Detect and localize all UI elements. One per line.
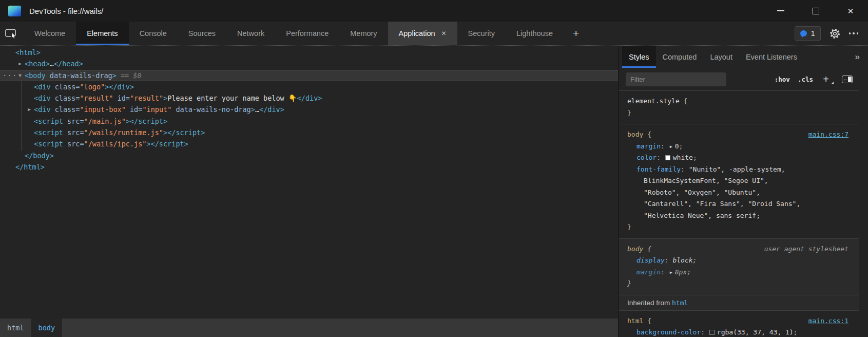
more-tools-button[interactable]: + xyxy=(564,22,588,45)
tab-welcome[interactable]: Welcome xyxy=(24,22,76,45)
tab-styles[interactable]: Styles xyxy=(622,46,656,68)
expand-arrow-icon[interactable]: ▶ xyxy=(17,58,23,69)
code-token: <div xyxy=(34,94,51,102)
code-token: <head> xyxy=(25,60,50,68)
issues-bubble-icon xyxy=(800,30,807,36)
dom-node-row[interactable]: ···▼<body data-wails-drag> == $0 xyxy=(0,70,618,81)
tab-lighthouse[interactable]: Lighthouse xyxy=(506,22,564,45)
sidebar-tab-strip: StylesComputedLayoutEvent Listeners» xyxy=(619,46,868,68)
dom-node-row[interactable]: <html> xyxy=(0,47,618,58)
code-token: id= xyxy=(130,105,142,114)
dom-node-row[interactable]: <script src="/wails/ipc.js"></script> xyxy=(0,138,618,149)
user-agent-stylesheet-label: user agent stylesheet xyxy=(764,244,848,255)
styles-scrollbar[interactable] xyxy=(859,68,868,337)
tab-console[interactable]: Console xyxy=(129,22,178,45)
toggle-computed-sidebar-icon[interactable] xyxy=(842,76,853,83)
code-token: html xyxy=(627,317,647,325)
color-swatch[interactable] xyxy=(709,330,715,335)
code-token: class= xyxy=(55,105,80,114)
css-rule-line[interactable]: font-family: "Nunito", -apple-system, xyxy=(619,164,859,176)
maximize-button[interactable] xyxy=(798,0,833,22)
close-button[interactable]: ✕ xyxy=(833,0,868,22)
window-controls: ✕ xyxy=(763,0,868,22)
dom-breadcrumbs: htmlbody xyxy=(0,319,618,337)
code-token: } xyxy=(627,109,631,117)
tab-event-listeners[interactable]: Event Listeners xyxy=(739,46,804,68)
maximize-icon xyxy=(813,8,819,14)
toggle-element-classes-button[interactable]: .cls xyxy=(798,76,813,83)
code-token: … xyxy=(255,105,259,114)
new-style-rule-button[interactable]: + xyxy=(821,74,831,84)
css-rule-line[interactable]: "Cantarell", "Fira Sans", "Droid Sans", xyxy=(619,198,859,210)
code-token: { xyxy=(647,317,651,325)
css-rule-line[interactable]: "Roboto", "Oxygen", "Ubuntu", xyxy=(619,187,859,199)
tab-elements[interactable]: Elements xyxy=(76,22,128,45)
tab-sources[interactable]: Sources xyxy=(178,22,226,45)
stylesheet-link[interactable]: main.css:7 xyxy=(808,129,848,141)
tab-memory[interactable]: Memory xyxy=(339,22,388,45)
breadcrumb-html[interactable]: html xyxy=(0,319,31,337)
css-rule-line[interactable]: html {main.css:1 xyxy=(619,315,859,327)
code-token: </head> xyxy=(54,60,83,68)
dom-node-row[interactable]: </body> xyxy=(0,150,618,161)
code-token: src= xyxy=(67,128,84,137)
dom-node-row[interactable]: ▶<head>…</head> xyxy=(0,58,618,69)
code-token: : xyxy=(661,268,669,276)
inspect-element-button[interactable] xyxy=(0,22,24,45)
css-rule-line[interactable]: } xyxy=(619,278,859,290)
tab-layout[interactable]: Layout xyxy=(703,46,739,68)
tab-computed[interactable]: Computed xyxy=(656,46,704,68)
tab-application[interactable]: Application✕ xyxy=(388,22,457,45)
dom-node-row[interactable]: <div class="result" id="result">Please e… xyxy=(0,92,618,104)
code-token: > xyxy=(163,94,167,102)
code-token: > xyxy=(112,71,117,80)
code-token xyxy=(126,105,130,114)
css-rule-line[interactable]: } xyxy=(619,221,859,233)
css-rule-line[interactable]: color: white; xyxy=(619,152,859,164)
code-token xyxy=(63,117,67,125)
css-rule-line[interactable]: body {main.css:7 xyxy=(619,129,859,141)
tab-network[interactable]: Network xyxy=(226,22,275,45)
styles-filter-input[interactable] xyxy=(626,72,726,86)
code-token: block xyxy=(672,256,692,264)
code-token: <body xyxy=(25,71,46,80)
dom-node-row[interactable]: <script src="/main.js"></script> xyxy=(0,116,618,127)
close-tab-icon[interactable]: ✕ xyxy=(441,30,447,37)
css-rule-line[interactable]: } xyxy=(619,107,859,119)
main-tab-strip: WelcomeElementsConsoleSourcesNetworkPerf… xyxy=(24,22,564,45)
color-swatch[interactable] xyxy=(665,155,670,160)
css-rule-line[interactable]: background-color: rgba(33, 37, 43, 1); xyxy=(619,327,859,337)
expand-arrow-icon[interactable]: ▶ xyxy=(26,104,32,115)
css-rule-line[interactable]: "Helvetica Neue", sans-serif; xyxy=(619,210,859,222)
node-options-dots[interactable]: ··· xyxy=(3,70,17,81)
dom-node-row[interactable]: </html> xyxy=(0,161,618,173)
code-token: ; xyxy=(679,142,683,150)
minimize-button[interactable] xyxy=(763,0,798,22)
dom-node-row[interactable]: <script src="/wails/runtime.js"></script… xyxy=(0,127,618,138)
expand-value-icon[interactable]: ▶ xyxy=(670,267,672,278)
css-rule-line[interactable]: BlinkMacSystemFont, "Segoe UI", xyxy=(619,175,859,187)
tab-performance[interactable]: Performance xyxy=(275,22,339,45)
inherited-node-link[interactable]: html xyxy=(672,299,688,307)
code-token: white xyxy=(673,154,693,161)
expand-value-icon[interactable]: ▶ xyxy=(670,141,672,153)
dom-node-row[interactable]: <div class="logo"></div> xyxy=(0,81,618,92)
more-tabs-chevron-icon[interactable]: » xyxy=(847,52,868,62)
css-rule-line[interactable]: margin: ▶0; xyxy=(619,141,859,153)
css-rule-line[interactable]: display: block; xyxy=(619,255,859,267)
tab-label: Welcome xyxy=(34,29,65,38)
code-token: class= xyxy=(55,83,80,91)
css-rule-line[interactable]: element.style { xyxy=(619,96,859,107)
css-rule-line[interactable]: margin: ▶8px; xyxy=(619,267,859,278)
settings-gear-icon[interactable] xyxy=(830,28,840,39)
code-token: ; xyxy=(693,154,697,161)
collapse-arrow-icon[interactable]: ▼ xyxy=(17,70,23,81)
dom-node-row[interactable]: ▶<div class="input-box" id="input" data-… xyxy=(0,104,618,115)
stylesheet-link[interactable]: main.css:1 xyxy=(808,315,848,327)
more-options-icon[interactable] xyxy=(849,32,859,34)
tab-security[interactable]: Security xyxy=(457,22,506,45)
issues-counter-button[interactable]: 1 xyxy=(795,26,821,41)
toggle-pseudo-state-button[interactable]: :hov xyxy=(775,76,790,83)
css-rule-line[interactable]: body {user agent stylesheet xyxy=(619,244,859,255)
breadcrumb-body[interactable]: body xyxy=(31,319,63,337)
